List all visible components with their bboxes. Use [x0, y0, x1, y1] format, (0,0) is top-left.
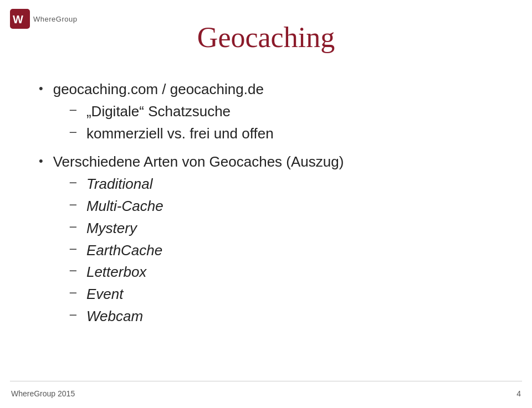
- sub-text-2-4: EarthCache: [86, 241, 162, 260]
- bullet-text-2: Verschiedene Arten von Geocaches (Auszug…: [53, 153, 344, 170]
- dash-2-3: –: [70, 219, 76, 234]
- slide-content: • geocaching.com / geocaching.de – „Digi…: [39, 80, 499, 336]
- sub-text-2-7: Webcam: [86, 307, 143, 326]
- footer-divider: [10, 381, 522, 381]
- dash-1-2: –: [70, 125, 76, 139]
- sub-item-2-7: – Webcam: [70, 307, 344, 326]
- sub-text-2-2: Multi-Cache: [86, 197, 163, 216]
- sub-text-2-6: Event: [86, 285, 124, 304]
- slide-title: Geocaching: [0, 21, 532, 54]
- sub-text-1-1: „Digitale“ Schatzsuche: [86, 102, 231, 121]
- footer: WhereGroup 2015 4: [0, 389, 532, 398]
- dash-2-7: –: [70, 307, 76, 322]
- sub-item-2-4: – EarthCache: [70, 241, 344, 260]
- sub-item-2-2: – Multi-Cache: [70, 197, 344, 216]
- sub-item-2-5: – Letterbox: [70, 263, 344, 282]
- sub-items-2: – Traditional – Multi-Cache – Mystery – …: [70, 175, 344, 326]
- bullet-dot-1: •: [39, 81, 43, 96]
- sub-text-2-5: Letterbox: [86, 263, 146, 282]
- sub-item-2-3: – Mystery: [70, 219, 344, 238]
- dash-2-6: –: [70, 285, 76, 299]
- bullet-item-2: • Verschiedene Arten von Geocaches (Ausz…: [39, 153, 499, 329]
- sub-item-1-2: – kommerziell vs. frei und offen: [70, 125, 274, 143]
- sub-item-2-1: – Traditional: [70, 175, 344, 194]
- sub-item-1-1: – „Digitale“ Schatzsuche: [70, 102, 274, 121]
- dash-1-1: –: [70, 102, 76, 117]
- sub-items-1: – „Digitale“ Schatzsuche – kommerziell v…: [70, 102, 274, 143]
- dash-2-2: –: [70, 197, 76, 211]
- sub-text-2-3: Mystery: [86, 219, 137, 238]
- footer-left-text: WhereGroup 2015: [11, 389, 75, 398]
- sub-item-2-6: – Event: [70, 285, 344, 304]
- dash-2-4: –: [70, 241, 76, 256]
- bullet-dot-2: •: [39, 154, 43, 168]
- bullet-item-1: • geocaching.com / geocaching.de – „Digi…: [39, 80, 499, 146]
- sub-text-1-2: kommerziell vs. frei und offen: [86, 125, 274, 143]
- bullet-text-1: geocaching.com / geocaching.de: [53, 81, 264, 97]
- dash-2-5: –: [70, 263, 76, 277]
- footer-page-number: 4: [516, 389, 521, 398]
- dash-2-1: –: [70, 175, 76, 189]
- sub-text-2-1: Traditional: [86, 175, 152, 194]
